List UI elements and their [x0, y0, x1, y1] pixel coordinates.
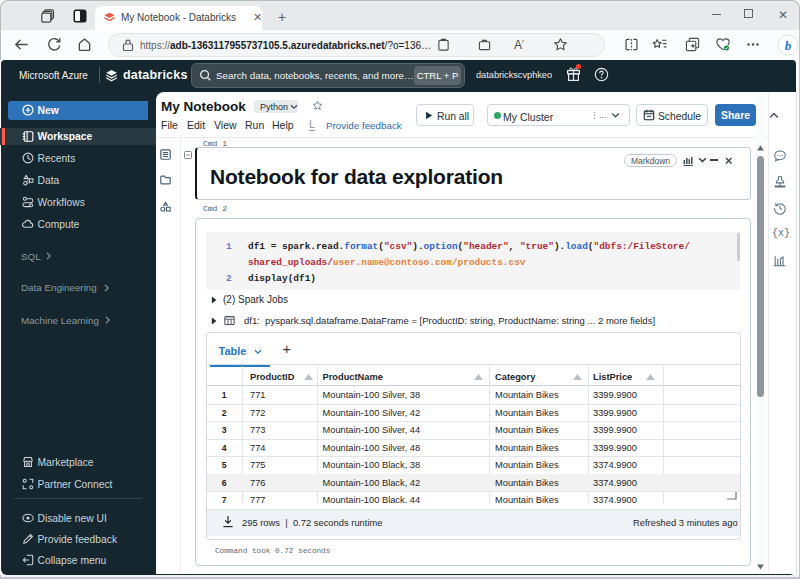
svg-text:b: b [785, 37, 792, 52]
